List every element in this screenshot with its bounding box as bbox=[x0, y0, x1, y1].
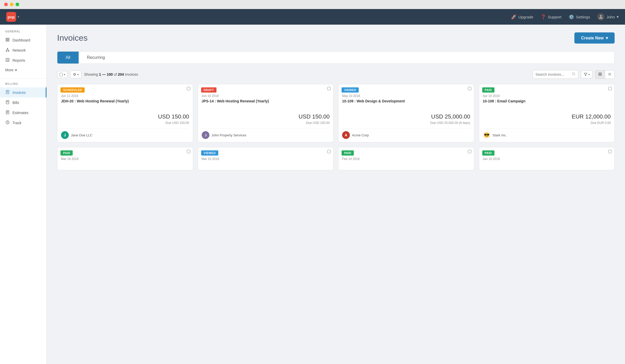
invoice-date-3: May 10 2018 bbox=[342, 94, 470, 98]
svg-rect-2 bbox=[8, 38, 9, 39]
bills-icon bbox=[5, 100, 10, 105]
filter-button[interactable]: ▾ bbox=[581, 71, 593, 78]
sidebar-more[interactable]: More ▾ bbox=[0, 65, 46, 75]
invoice-card-body-1: Jun 11 2018 JDH-20 : Web Hosting Renewal… bbox=[57, 94, 193, 142]
invoice-name-4: 10-108 : Email Campaign bbox=[483, 99, 611, 109]
showing-prefix: Showing bbox=[84, 72, 99, 76]
sidebar-item-bills[interactable]: Bills bbox=[0, 97, 46, 108]
status-badge-5: PAID bbox=[60, 150, 73, 156]
user-name: John bbox=[606, 15, 615, 19]
svg-rect-1 bbox=[6, 38, 7, 39]
settings-icon: ⚙️ bbox=[569, 14, 574, 20]
upgrade-action[interactable]: 🚀 Upgrade bbox=[511, 14, 533, 20]
invoice-date-2: Jun 10 2018 bbox=[202, 94, 330, 98]
invoice-client-2: J John Property Services bbox=[202, 128, 330, 139]
sidebar-item-reports[interactable]: Reports bbox=[0, 55, 46, 65]
showing-range: 1 — 100 bbox=[99, 72, 113, 76]
status-badge-2: DRAFT bbox=[201, 87, 217, 93]
invoice-checkbox-3[interactable] bbox=[468, 87, 471, 90]
sidebar-item-invoices[interactable]: Invoices bbox=[0, 87, 46, 97]
invoice-card-7[interactable]: PAID Feb 10 2018 bbox=[338, 147, 474, 170]
status-badge-4: PAID bbox=[482, 87, 494, 93]
tab-recurring[interactable]: Recurring bbox=[79, 52, 113, 64]
estimates-label: Estimates bbox=[12, 111, 28, 115]
invoice-checkbox-5[interactable] bbox=[187, 150, 190, 153]
invoice-card-8[interactable]: PAID Jan 10 2018 bbox=[479, 147, 615, 170]
track-label: Track bbox=[12, 121, 21, 125]
invoice-name-3: 10-109 : Web Design & Development bbox=[342, 99, 470, 109]
sidebar-item-estimates[interactable]: Estimates bbox=[0, 108, 46, 118]
select-all-checkbox[interactable] bbox=[59, 73, 63, 76]
upgrade-icon: 🚀 bbox=[511, 14, 517, 20]
invoice-due-4: Due EUR 0.00 bbox=[483, 121, 611, 125]
invoice-card-6[interactable]: VIEWED Mar 10 2018 bbox=[198, 147, 334, 170]
list-view-button[interactable] bbox=[605, 71, 614, 79]
invoice-card-3[interactable]: VIEWED May 10 2018 10-109 : Web Design &… bbox=[338, 84, 474, 142]
invoice-checkbox-6[interactable] bbox=[327, 150, 331, 153]
invoice-card-2[interactable]: DRAFT Jun 10 2018 JPS-14 : Web Hosting R… bbox=[198, 84, 334, 142]
invoice-client-1: J Jane Doe LLC bbox=[61, 128, 189, 139]
client-avatar-4: 😎 bbox=[483, 131, 491, 139]
user-menu[interactable]: John ▾ bbox=[597, 13, 619, 20]
browser-dot-red[interactable] bbox=[4, 3, 8, 6]
svg-rect-3 bbox=[8, 40, 9, 41]
browser-chrome bbox=[0, 0, 625, 9]
sidebar-item-track[interactable]: Track bbox=[0, 118, 46, 128]
invoice-date-5: Mar 16 2018 bbox=[57, 157, 193, 161]
invoice-date-1: Jun 11 2018 bbox=[61, 94, 189, 98]
invoice-checkbox-1[interactable] bbox=[187, 87, 190, 90]
select-all-chevron[interactable]: ▾ bbox=[64, 73, 65, 76]
invoice-checkbox-4[interactable] bbox=[608, 87, 612, 90]
client-name-1: Jane Doe LLC bbox=[71, 133, 92, 137]
dashboard-icon bbox=[5, 38, 10, 43]
general-section-label: GENERAL bbox=[0, 30, 46, 35]
invoice-grid: SCHEDULED Jun 11 2018 JDH-20 : Web Hosti… bbox=[57, 84, 615, 142]
estimates-icon bbox=[5, 110, 10, 115]
invoice-date-6: Mar 10 2018 bbox=[198, 157, 334, 161]
create-new-label: Create New bbox=[581, 36, 604, 40]
invoice-date-4: Apr 10 2018 bbox=[483, 94, 611, 98]
invoice-card-4[interactable]: PAID Apr 10 2018 10-108 : Email Campaign… bbox=[479, 84, 615, 142]
client-name-4: Stark Inc. bbox=[493, 133, 507, 137]
search-input[interactable] bbox=[533, 71, 569, 78]
invoice-checkbox-8[interactable] bbox=[608, 150, 612, 153]
browser-dot-green[interactable] bbox=[16, 3, 19, 6]
sidebar-item-network[interactable]: Network bbox=[0, 45, 46, 55]
tab-all[interactable]: All bbox=[57, 52, 79, 64]
app-logo[interactable]: pnp bbox=[6, 12, 16, 22]
invoice-checkbox-2[interactable] bbox=[327, 87, 331, 90]
app-layout: GENERAL Dashboard Network Reports More ▾… bbox=[0, 25, 625, 364]
filter-chevron: ▾ bbox=[588, 73, 590, 76]
invoice-checkbox-7[interactable] bbox=[468, 150, 471, 153]
client-avatar-2: J bbox=[202, 131, 209, 139]
invoice-card-1[interactable]: SCHEDULED Jun 11 2018 JDH-20 : Web Hosti… bbox=[57, 84, 193, 142]
search-icon[interactable] bbox=[569, 70, 578, 79]
network-icon bbox=[5, 48, 10, 53]
settings-action[interactable]: ⚙️ Settings bbox=[569, 14, 590, 20]
svg-rect-32 bbox=[600, 74, 601, 75]
tabs-bar: All Recurring bbox=[57, 51, 615, 64]
grid-view-button[interactable] bbox=[595, 71, 605, 79]
user-avatar bbox=[597, 13, 604, 20]
invoice-count-display: Showing 1 — 100 of 204 invoices bbox=[84, 72, 530, 76]
svg-rect-33 bbox=[599, 74, 600, 75]
invoice-amount-1: USD 150.00 bbox=[61, 113, 189, 120]
browser-dot-yellow[interactable] bbox=[10, 3, 13, 6]
support-icon: ❓ bbox=[541, 14, 546, 20]
support-action[interactable]: ❓ Support bbox=[541, 14, 562, 20]
status-badge-7: PAID bbox=[342, 150, 354, 156]
support-label: Support bbox=[548, 15, 562, 19]
select-all-checkbox-wrap[interactable]: ▾ bbox=[57, 71, 67, 78]
svg-line-9 bbox=[8, 49, 9, 51]
bulk-actions-button[interactable]: ⚙ ▾ bbox=[70, 71, 81, 78]
dashboard-label: Dashboard bbox=[12, 38, 30, 42]
showing-of: of bbox=[113, 72, 118, 76]
invoice-name-1: JDH-20 : Web Hosting Renewal (Yearly) bbox=[61, 99, 189, 109]
logo-chevron[interactable]: ▾ bbox=[18, 15, 19, 19]
svg-rect-30 bbox=[599, 73, 600, 74]
invoice-card-5[interactable]: PAID Mar 16 2018 bbox=[57, 147, 193, 170]
svg-marker-29 bbox=[584, 73, 587, 76]
create-new-button[interactable]: Create New ▾ bbox=[574, 32, 615, 44]
sidebar-item-dashboard[interactable]: Dashboard bbox=[0, 35, 46, 45]
svg-rect-4 bbox=[6, 40, 7, 41]
